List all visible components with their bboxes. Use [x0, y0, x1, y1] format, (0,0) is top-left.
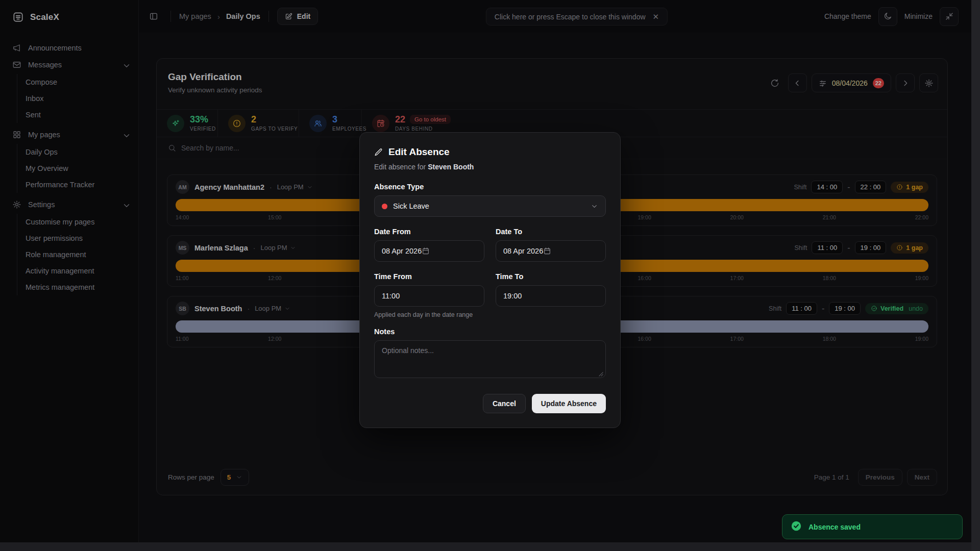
app-screen: ScaleX Announcements Messages Compose In… — [0, 0, 980, 551]
time-from-input[interactable] — [374, 285, 484, 307]
notes-label: Notes — [374, 328, 606, 336]
pencil-icon — [374, 148, 383, 157]
toast-message: Absence saved — [808, 523, 861, 531]
absence-type-select[interactable]: Sick Leave — [374, 195, 606, 217]
chevron-down-icon — [591, 203, 598, 210]
cancel-button[interactable]: Cancel — [483, 394, 526, 413]
employee-name: Steven Booth — [428, 163, 474, 171]
date-to-label: Date To — [496, 228, 606, 236]
time-to-label: Time To — [496, 272, 606, 281]
edit-absence-modal: Edit Absence Edit absence forSteven Boot… — [359, 132, 621, 428]
absence-type-label: Absence Type — [374, 183, 606, 191]
time-helper-text: Applied each day in the date range — [374, 311, 606, 318]
date-from-input[interactable]: 08 Apr 2026 — [374, 240, 484, 262]
success-check-icon — [791, 520, 802, 534]
toast-notification: Absence saved — [782, 514, 963, 539]
time-to-input[interactable] — [496, 285, 606, 307]
calendar-icon — [422, 247, 430, 255]
absence-type-color-dot — [382, 204, 387, 209]
notes-textarea[interactable] — [374, 340, 606, 378]
update-absence-button[interactable]: Update Absence — [532, 394, 606, 413]
date-from-label: Date From — [374, 228, 484, 236]
absence-type-value: Sick Leave — [393, 202, 429, 210]
calendar-icon — [543, 247, 551, 255]
modal-subtitle: Edit absence forSteven Booth — [374, 163, 606, 171]
time-from-label: Time From — [374, 272, 484, 281]
date-to-input[interactable]: 08 Apr 2026 — [496, 240, 606, 262]
modal-title: Edit Absence — [374, 146, 606, 158]
